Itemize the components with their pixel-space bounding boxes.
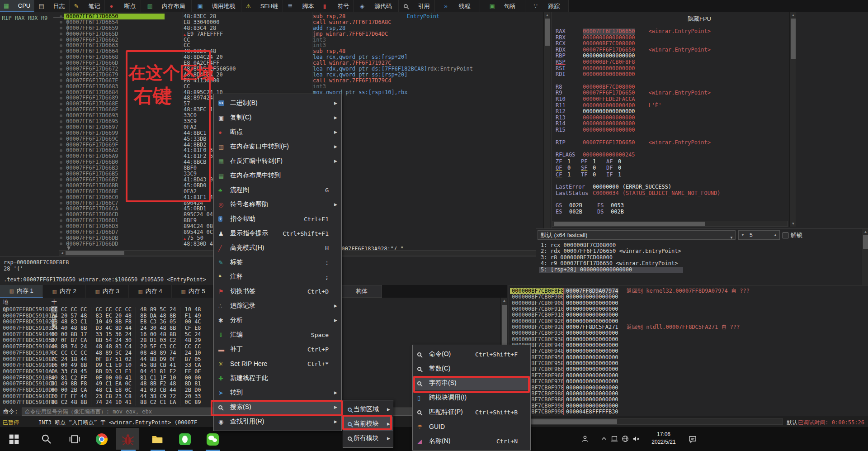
- search-button[interactable]: [40, 432, 53, 446]
- hide-fpu-button[interactable]: 隐藏FPU: [688, 15, 711, 23]
- breakpoint-dot-icon[interactable]: [58, 235, 64, 241]
- tray-notification-icon[interactable]: [688, 435, 697, 444]
- stack-view-mode-label[interactable]: 默认: [787, 419, 797, 427]
- breakpoint-dot-icon[interactable]: [58, 90, 64, 95]
- register-row[interactable]: R900007FF6F17D6650<winrar.EntryPoint>: [556, 90, 721, 96]
- register-row[interactable]: RSI0000000000000000: [556, 66, 721, 72]
- stack-row[interactable]: 000000BF7CB0F998000004E8FFFFFB30: [510, 409, 750, 415]
- register-row[interactable]: R140000000000000000: [556, 121, 721, 127]
- stack-row[interactable]: 000000BF7CB0F9900000000000000000: [510, 403, 750, 409]
- flags-row[interactable]: CF1TF0IF1: [556, 171, 721, 178]
- disasm-row[interactable]: 00007FF6F17D666848:8D4C24 20lea rcx,qwor…: [58, 54, 473, 60]
- register-row[interactable]: R120000000000000000: [556, 109, 721, 115]
- breakpoint-dot-icon[interactable]: [58, 95, 64, 101]
- disasm-row[interactable]: 00007FF6F17D667948:8D4C24 20lea rcx,qwor…: [58, 72, 473, 78]
- breakpoint-dot-icon[interactable]: [58, 195, 64, 200]
- menu-item-graph[interactable]: ♣流程图G: [214, 183, 341, 197]
- disasm-row[interactable]: 00007FF6F17D666448:83EC 48sub rsp,48: [58, 48, 473, 54]
- stack-row[interactable]: 000000BF7CB0F9300000000000000000: [510, 330, 750, 336]
- dump-row[interactable]: 00007FF8DC5910E0F0 FF FF 4423 C8 23 C844…: [0, 394, 205, 400]
- menu-item-search[interactable]: 搜索(S)▶: [214, 400, 341, 414]
- menu-item-toggle-bookmark[interactable]: ⚑切换书签Ctrl+D: [214, 284, 341, 299]
- green-app-icon[interactable]: [178, 432, 192, 446]
- menu-item-binary[interactable]: 01二进制(B)▶: [214, 96, 341, 110]
- breakpoint-dot-icon[interactable]: [58, 113, 64, 119]
- breakpoint-dot-icon[interactable]: [58, 142, 64, 148]
- dump-row[interactable]: 00007FF8DC591050D7 0F B7 CA8B 54 24 302B…: [0, 337, 205, 344]
- register-row[interactable]: RIP00007FF6F17D6650<winrar.EntryPoint>: [556, 140, 721, 146]
- stack-row[interactable]: 000000BF7CB0F9000000000000000000: [510, 294, 750, 300]
- menu-item-symbol-name-help[interactable]: ◎符号名称帮助▶: [214, 197, 341, 212]
- tab-breakpoints[interactable]: ●断点: [105, 0, 141, 12]
- stack-panel[interactable]: 000000BF7CB0F8F800007FF8D9A07974返回到 kern…: [509, 285, 868, 417]
- tab-script[interactable]: ≣脚本: [283, 0, 319, 12]
- breakpoint-dot-icon[interactable]: [58, 43, 64, 48]
- tab-memory-1[interactable]: ▥内存 1: [0, 285, 43, 298]
- menu-item-current-module[interactable]: 当前模块▶: [343, 417, 393, 431]
- stack-row[interactable]: 000000BF7CB0F9400000000000000000: [510, 342, 750, 348]
- tray-chevron-up-icon[interactable]: [600, 435, 609, 444]
- tab-cpu[interactable]: ▦CPU: [0, 0, 34, 12]
- taskbar-clock[interactable]: 17:062022/5/21: [647, 431, 680, 446]
- register-row[interactable]: RSP000000BF7CB0F8F8: [556, 59, 721, 66]
- breakpoint-dot-icon[interactable]: [58, 84, 64, 90]
- file-explorer-icon[interactable]: [151, 432, 164, 446]
- disasm-row[interactable]: 00007FF6F17D6683CCint3: [58, 84, 473, 90]
- menu-item-show-instruction-tips[interactable]: ♟显示指令提示Ctrl+Shift+F1: [214, 226, 341, 241]
- menu-item-assemble[interactable]: ⇓汇编Space: [214, 328, 341, 342]
- register-row[interactable]: RFLAGS0000000000000245: [556, 152, 721, 158]
- register-row[interactable]: RCX000000BF7CD08000: [556, 41, 721, 47]
- menu-item-copy[interactable]: ▣复制(C)▶: [214, 110, 341, 125]
- argument-row[interactable]: 2: rdx 00007FF6F17D6650 <winrar.EntryPoi…: [539, 248, 683, 254]
- breakpoint-dot-icon[interactable]: [58, 19, 64, 25]
- menu-item-pattern[interactable]: 匹配特征(P)Ctrl+Shift+B: [413, 405, 530, 419]
- menu-item-follow-in-disassembler[interactable]: ▦在反汇编中转到(F)▶: [214, 154, 341, 168]
- breakpoint-dot-icon[interactable]: [58, 130, 64, 136]
- register-row[interactable]: R130000000000000000: [556, 115, 721, 121]
- breakpoint-dot-icon[interactable]: [58, 159, 64, 165]
- argument-row[interactable]: 3: r8 000000BF7CD08000: [539, 255, 683, 261]
- menu-item-follow-in-memory-map[interactable]: ▤在内存布局中转到: [214, 168, 341, 183]
- tab-memmap[interactable]: ▥内存布局: [141, 0, 192, 12]
- menu-item-constant[interactable]: 常数(C): [413, 361, 530, 376]
- stack-row[interactable]: 000000BF7CB0F9200000000000000000: [510, 318, 750, 324]
- stack-row[interactable]: 000000BF7CB0F9600000000000000000: [510, 366, 750, 372]
- stack-row[interactable]: 000000BF7CB0F9700000000000000000: [510, 379, 750, 385]
- stack-row[interactable]: 000000BF7CB0F9800000000000000000: [510, 391, 750, 397]
- stack-row[interactable]: 000000BF7CB0F9080000000000000000: [510, 300, 750, 306]
- stack-row[interactable]: 000000BF7CB0F9680000000000000000: [510, 373, 750, 379]
- breakpoint-dot-icon[interactable]: [58, 229, 64, 235]
- breakpoint-dot-icon[interactable]: [58, 136, 64, 142]
- breakpoint-dot-icon[interactable]: [58, 54, 64, 60]
- dump-row[interactable]: 00007FF8DC59104000 00 8B 1733 15 36 2416…: [0, 332, 205, 338]
- breakpoint-dot-icon[interactable]: [58, 147, 64, 153]
- dump-row[interactable]: 00007FF8DC59109016 00 49 8BD9 C1 E9 1045…: [0, 362, 205, 369]
- menu-item-label[interactable]: ✎标签:: [214, 255, 341, 270]
- dump-row[interactable]: 00007FF8DC5910F08B C2 48 8B74 24 10 418B…: [0, 399, 205, 406]
- breakpoint-dot-icon[interactable]: [58, 66, 64, 72]
- tab-memory-2[interactable]: ▥内存 2: [43, 285, 86, 298]
- tab-seh[interactable]: ⚠SEH链: [241, 0, 283, 12]
- spinner-up-icon[interactable]: ▲: [771, 233, 779, 237]
- spinner-down-icon[interactable]: ▼: [739, 233, 747, 237]
- register-row[interactable]: R110000000000000400L'È': [556, 103, 721, 109]
- breakpoint-dot-icon[interactable]: [58, 37, 64, 43]
- tab-handles[interactable]: ▣句柄: [480, 0, 525, 12]
- dump-row[interactable]: 00007FF8DC5910807C 24 18 440F B7 51 0244…: [0, 356, 205, 363]
- task-view-button[interactable]: [68, 432, 81, 446]
- stack-row[interactable]: 000000BF7CB0F9380000000000000000: [510, 337, 750, 342]
- breakpoint-dot-icon[interactable]: [58, 107, 64, 113]
- breakpoint-dot-icon[interactable]: [58, 72, 64, 78]
- argument-row[interactable]: 5: [rsp+28] 0000000000000000: [539, 267, 683, 273]
- flags-row[interactable]: ZF1PF1AF0: [556, 158, 721, 165]
- register-row[interactable]: R8000000BF7CD08000: [556, 84, 721, 90]
- breakpoint-dot-icon[interactable]: [58, 241, 64, 247]
- wechat-icon[interactable]: [206, 432, 219, 446]
- tab-source[interactable]: ◈源代码: [354, 0, 399, 12]
- disasm-row[interactable]: 00007FF6F17D665948:83C4 28add rsp,28: [58, 25, 473, 31]
- menu-item-goto[interactable]: ➤转到▶: [214, 385, 341, 400]
- menu-item-all-modules[interactable]: 所有模块▶: [343, 431, 393, 446]
- breakpoint-dot-icon[interactable]: [58, 218, 64, 223]
- registers-vscrollbar[interactable]: ▲ ▼: [789, 12, 796, 227]
- breakpoint-dot-icon[interactable]: [58, 124, 64, 130]
